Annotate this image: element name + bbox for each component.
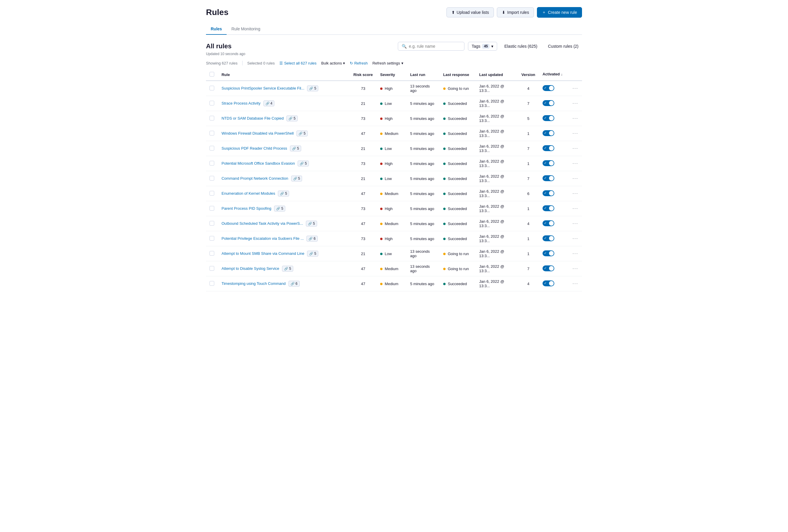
- row-actions[interactable]: ···: [569, 186, 582, 201]
- more-actions-icon[interactable]: ···: [573, 236, 578, 241]
- activate-toggle[interactable]: ✓: [543, 130, 554, 136]
- row-actions[interactable]: ···: [569, 276, 582, 291]
- activate-toggle[interactable]: ✓: [543, 145, 554, 151]
- more-actions-icon[interactable]: ···: [573, 131, 578, 136]
- tab-rules[interactable]: Rules: [206, 24, 226, 35]
- row-checkbox[interactable]: [210, 191, 214, 196]
- row-actions[interactable]: ···: [569, 216, 582, 231]
- refresh-settings-dropdown[interactable]: Refresh settings ▾: [373, 61, 403, 65]
- select-all-checkbox[interactable]: [210, 72, 214, 77]
- rule-name-link[interactable]: Potential Privilege Escalation via Sudoe…: [222, 236, 304, 241]
- rule-name-link[interactable]: Strace Process Activity: [222, 101, 260, 105]
- showing-count: Showing 627 rules: [206, 61, 238, 65]
- row-checkbox[interactable]: [210, 221, 214, 226]
- row-checkbox[interactable]: [210, 266, 214, 271]
- activate-toggle[interactable]: ✓: [543, 190, 554, 196]
- activate-toggle[interactable]: ✓: [543, 160, 554, 166]
- rule-name-link[interactable]: Windows Firewall Disabled via PowerShell: [222, 131, 294, 136]
- row-actions[interactable]: ···: [569, 111, 582, 126]
- activate-toggle[interactable]: ✓: [543, 281, 554, 286]
- rule-name-link[interactable]: Attempt to Mount SMB Share via Command L…: [222, 251, 304, 256]
- tags-dropdown[interactable]: Tags 45 ▾: [468, 42, 497, 51]
- row-actions[interactable]: ···: [569, 261, 582, 276]
- row-actions[interactable]: ···: [569, 231, 582, 246]
- row-actions[interactable]: ···: [569, 156, 582, 171]
- more-actions-icon[interactable]: ···: [573, 161, 578, 166]
- activate-toggle[interactable]: ✓: [543, 115, 554, 121]
- rule-name-link[interactable]: Suspicious PDF Reader Child Process: [222, 146, 287, 150]
- chevron-down-icon: ▾: [491, 44, 493, 48]
- row-checkbox[interactable]: [210, 86, 214, 90]
- search-box[interactable]: 🔍: [398, 42, 465, 51]
- upload-value-lists-button[interactable]: ⬆ Upload value lists: [447, 7, 494, 17]
- create-new-rule-button[interactable]: ＋ Create new rule: [537, 7, 582, 18]
- activate-toggle[interactable]: ✓: [543, 85, 554, 91]
- elastic-rules-filter[interactable]: Elastic rules (625): [501, 42, 541, 50]
- row-checkbox[interactable]: [210, 161, 214, 166]
- table-row: Strace Process Activity 🔗 4 21 Low 5 min…: [206, 96, 582, 111]
- tag-badge: 🔗 5: [290, 145, 301, 151]
- activated-cell: ✓: [539, 126, 569, 141]
- tag-badge: 🔗 5: [278, 190, 289, 197]
- activate-toggle[interactable]: ✓: [543, 175, 554, 181]
- rule-name-link[interactable]: Parent Process PID Spoofing: [222, 206, 271, 211]
- row-actions[interactable]: ···: [569, 81, 582, 96]
- last-run: 5 minutes ago: [407, 156, 440, 171]
- row-actions[interactable]: ···: [569, 246, 582, 261]
- rule-name-link[interactable]: Outbound Scheduled Task Activity via Pow…: [222, 221, 303, 226]
- more-actions-icon[interactable]: ···: [573, 266, 578, 271]
- select-all-link[interactable]: ☰ Select all 627 rules: [279, 61, 316, 65]
- row-actions[interactable]: ···: [569, 141, 582, 156]
- row-checkbox[interactable]: [210, 146, 214, 150]
- activated-cell: ✓: [539, 201, 569, 216]
- rule-name-link[interactable]: Potential Microsoft Office Sandbox Evasi…: [222, 161, 295, 166]
- rule-name-link[interactable]: Enumeration of Kernel Modules: [222, 191, 275, 196]
- activate-toggle[interactable]: ✓: [543, 100, 554, 106]
- more-actions-icon[interactable]: ···: [573, 101, 578, 106]
- row-checkbox[interactable]: [210, 251, 214, 256]
- row-actions[interactable]: ···: [569, 171, 582, 186]
- activate-toggle[interactable]: ✓: [543, 250, 554, 256]
- rule-name-link[interactable]: Suspicious PrintSpooler Service Executab…: [222, 86, 304, 90]
- tag-icon: 🔗: [300, 162, 304, 166]
- more-actions-icon[interactable]: ···: [573, 176, 578, 181]
- rule-name-link[interactable]: Attempt to Disable Syslog Service: [222, 266, 279, 271]
- import-rules-button[interactable]: ⬇ Import rules: [497, 7, 534, 17]
- more-actions-icon[interactable]: ···: [573, 251, 578, 256]
- row-checkbox[interactable]: [210, 281, 214, 286]
- activate-toggle[interactable]: ✓: [543, 205, 554, 211]
- search-input[interactable]: [409, 44, 460, 48]
- activate-toggle[interactable]: ✓: [543, 236, 554, 241]
- row-checkbox[interactable]: [210, 236, 214, 241]
- row-checkbox[interactable]: [210, 116, 214, 121]
- tag-icon: 🔗: [276, 207, 280, 211]
- row-checkbox[interactable]: [210, 131, 214, 136]
- check-icon: ✓: [544, 206, 547, 210]
- more-actions-icon[interactable]: ···: [573, 281, 578, 286]
- severity: Medium: [377, 126, 407, 141]
- more-actions-icon[interactable]: ···: [573, 86, 578, 91]
- more-actions-icon[interactable]: ···: [573, 191, 578, 196]
- more-actions-icon[interactable]: ···: [573, 221, 578, 226]
- rule-name-link[interactable]: NTDS or SAM Database File Copied: [222, 116, 284, 121]
- row-checkbox[interactable]: [210, 176, 214, 181]
- more-actions-icon[interactable]: ···: [573, 206, 578, 211]
- more-actions-icon[interactable]: ···: [573, 116, 578, 121]
- row-actions[interactable]: ···: [569, 201, 582, 216]
- row-checkbox[interactable]: [210, 206, 214, 211]
- bulk-actions-dropdown[interactable]: Bulk actions ▾: [321, 61, 345, 65]
- rule-name-link[interactable]: Timestomping using Touch Command: [222, 281, 286, 286]
- response-dot: [443, 178, 446, 180]
- last-response: Going to run: [440, 246, 476, 261]
- custom-rules-filter[interactable]: Custom rules (2): [545, 42, 582, 50]
- version: 7: [518, 96, 539, 111]
- rule-name-link[interactable]: Command Prompt Network Connection: [222, 176, 288, 181]
- more-actions-icon[interactable]: ···: [573, 146, 578, 151]
- row-actions[interactable]: ···: [569, 96, 582, 111]
- refresh-button[interactable]: ↻ Refresh: [350, 61, 368, 65]
- row-checkbox[interactable]: [210, 101, 214, 105]
- activate-toggle[interactable]: ✓: [543, 265, 554, 271]
- row-actions[interactable]: ···: [569, 126, 582, 141]
- activate-toggle[interactable]: ✓: [543, 220, 554, 226]
- tab-rule-monitoring[interactable]: Rule Monitoring: [226, 24, 265, 35]
